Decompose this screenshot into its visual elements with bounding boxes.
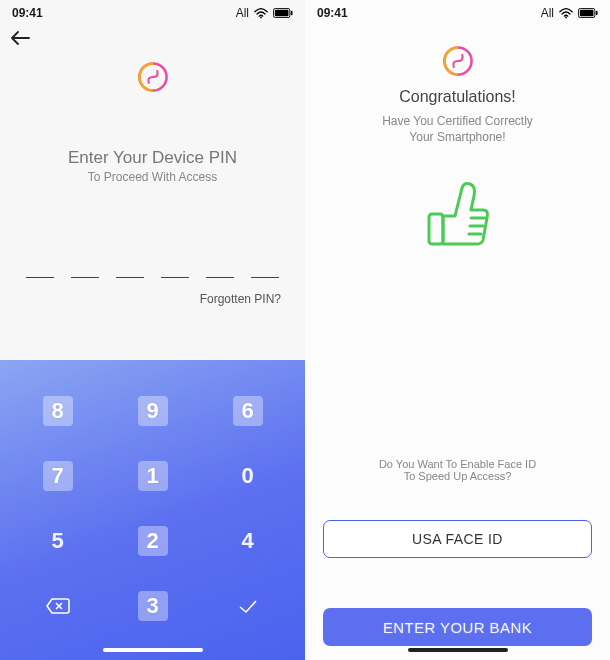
key-5[interactable]: 5 (43, 526, 73, 556)
key-backspace[interactable] (43, 591, 73, 621)
status-carrier: All (541, 6, 554, 20)
enter-bank-button[interactable]: ENTER YOUR BANK (323, 608, 592, 646)
svg-rect-3 (291, 11, 293, 16)
pin-slot[interactable] (206, 268, 234, 278)
pin-slot[interactable] (116, 268, 144, 278)
wifi-icon (254, 8, 268, 19)
key-3[interactable]: 3 (138, 591, 168, 621)
status-right: All (236, 6, 293, 20)
congrats-screen: 09:41 All Congratulations! Have You Cert… (305, 0, 610, 660)
key-0[interactable]: 0 (233, 461, 263, 491)
key-4[interactable]: 4 (233, 526, 263, 556)
backspace-icon (45, 593, 71, 619)
key-7[interactable]: 7 (43, 461, 73, 491)
home-indicator[interactable] (103, 648, 203, 652)
svg-rect-8 (580, 10, 594, 16)
svg-rect-9 (596, 11, 598, 16)
pin-slot[interactable] (71, 268, 99, 278)
status-time: 09:41 (317, 6, 348, 20)
wifi-icon (559, 8, 573, 19)
congrats-line1: Have You Certified Correctly (305, 114, 610, 128)
status-bar: 09:41 All (305, 0, 610, 26)
app-logo (136, 60, 170, 94)
app-logo (441, 44, 475, 78)
svg-point-0 (260, 16, 262, 18)
congrats-line2: Your Smartphone! (305, 130, 610, 144)
congrats-title: Congratulations! (305, 88, 610, 106)
key-1[interactable]: 1 (138, 461, 168, 491)
status-right: All (541, 6, 598, 20)
pin-slot[interactable] (251, 268, 279, 278)
battery-icon (578, 8, 598, 18)
pin-entry-screen: 09:41 All Enter Your Device PIN To Proce… (0, 0, 305, 660)
key-9[interactable]: 9 (138, 396, 168, 426)
pin-title: Enter Your Device PIN (10, 148, 295, 168)
pin-slots (0, 268, 305, 278)
status-time: 09:41 (12, 6, 43, 20)
status-carrier: All (236, 6, 249, 20)
key-submit[interactable] (233, 591, 263, 621)
battery-icon (273, 8, 293, 18)
forgotten-pin-link[interactable]: Forgotten PIN? (0, 278, 305, 306)
status-bar: 09:41 All (0, 0, 305, 26)
key-2[interactable]: 2 (138, 526, 168, 556)
check-icon (235, 593, 261, 619)
faceid-q2: To Speed Up Access? (323, 470, 592, 482)
numeric-keypad: 8 9 6 7 1 0 5 2 4 3 (0, 360, 305, 660)
svg-rect-12 (429, 214, 443, 244)
use-faceid-button[interactable]: USA FACE ID (323, 520, 592, 558)
pin-subtitle: To Proceed With Access (10, 170, 295, 184)
thumbs-up-icon (423, 174, 493, 254)
key-6[interactable]: 6 (233, 396, 263, 426)
home-indicator[interactable] (408, 648, 508, 652)
svg-rect-2 (275, 10, 289, 16)
back-button[interactable] (0, 26, 305, 52)
svg-point-6 (565, 16, 567, 18)
pin-slot[interactable] (26, 268, 54, 278)
arrow-left-icon (10, 31, 30, 45)
pin-slot[interactable] (161, 268, 189, 278)
key-8[interactable]: 8 (43, 396, 73, 426)
faceid-q1: Do You Want To Enable Face ID (323, 458, 592, 470)
